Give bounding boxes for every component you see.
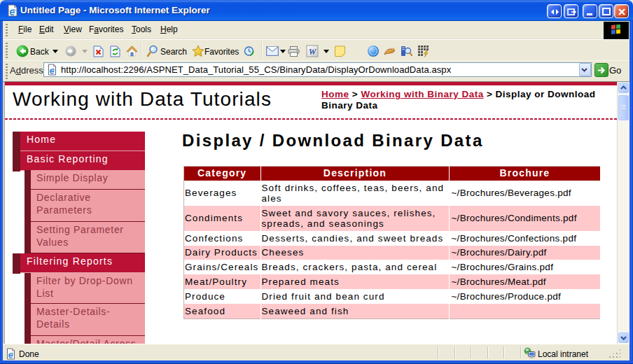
svg-text:W: W bbox=[309, 47, 317, 57]
